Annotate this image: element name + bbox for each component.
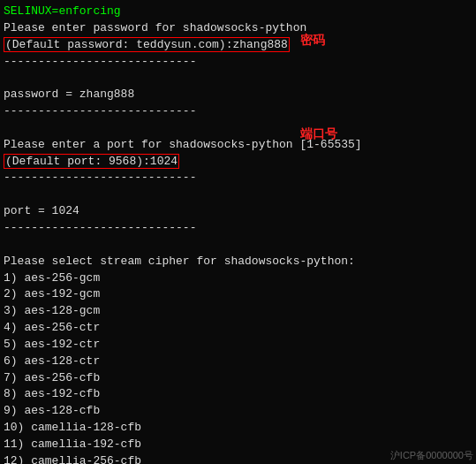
terminal-line: ----------------------------	[4, 54, 472, 71]
cipher-item-1: 1) aes-256-gcm	[4, 270, 472, 287]
cipher-item-4: 4) aes-256-ctr	[4, 320, 472, 337]
terminal-line	[4, 120, 472, 137]
terminal-line: SELINUX=enforcing	[4, 4, 472, 20]
password-input-line[interactable]: (Default password: teddysun.com):zhang88…	[4, 37, 472, 54]
terminal-line: Please select stream cipher for shadowso…	[4, 254, 472, 270]
terminal-line	[4, 237, 472, 254]
port-input-box[interactable]: (Default port: 9568):1024	[4, 154, 179, 169]
terminal-line	[4, 70, 472, 87]
cipher-item-10: 10) camellia-128-cfb	[4, 420, 472, 437]
terminal-line: port = 1024	[4, 203, 472, 220]
terminal-line: Please enter password for shadowsocks-py…	[4, 20, 472, 37]
cipher-item-3: 3) aes-128-gcm	[4, 303, 472, 320]
terminal-line: password = zhang888	[4, 87, 472, 103]
cipher-item-2: 2) aes-192-gcm	[4, 286, 472, 303]
password-annotation: 密码	[300, 33, 325, 49]
cipher-item-7: 7) aes-256-cfb	[4, 370, 472, 387]
terminal-line: ----------------------------	[4, 220, 472, 237]
password-input-box[interactable]: (Default password: teddysun.com):zhang88…	[4, 37, 290, 52]
terminal: SELINUX=enforcing Please enter password …	[0, 0, 476, 464]
cipher-item-9: 9) aes-128-cfb	[4, 403, 472, 420]
cipher-item-8: 8) aes-192-cfb	[4, 386, 472, 403]
terminal-line: ----------------------------	[4, 170, 472, 186]
port-input-line[interactable]: (Default port: 9568):1024	[4, 154, 472, 171]
port-annotation: 端口号	[300, 126, 337, 142]
terminal-line: Please enter a port for shadowsocks-pyth…	[4, 137, 472, 154]
watermark: 沪ICP备0000000号	[388, 447, 476, 464]
cipher-item-5: 5) aes-192-ctr	[4, 337, 472, 354]
cipher-item-6: 6) aes-128-ctr	[4, 354, 472, 370]
terminal-line: ----------------------------	[4, 103, 472, 120]
terminal-line	[4, 186, 472, 203]
